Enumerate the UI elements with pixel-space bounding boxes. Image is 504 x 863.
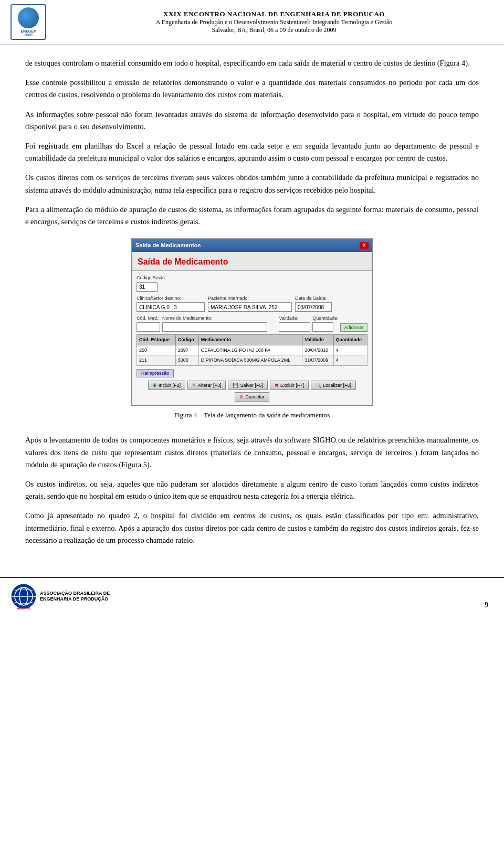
figure-window-title: Saída de Medicamentos <box>135 241 201 250</box>
paragraph-7: Após o levantamento de todos os componen… <box>25 434 479 471</box>
cell-medicamento: DIPIRONA SODICA 500MG AMPOLA 2ML <box>198 355 302 365</box>
cell-cod-estoque: 250 <box>137 345 176 355</box>
localizar-label: Localizar [F6] <box>323 383 351 388</box>
codigo-saida-input[interactable] <box>136 282 158 292</box>
cell-validade: 31/07/2009 <box>302 355 333 365</box>
search-icon: 🔍 <box>316 383 321 388</box>
cell-medicamento: CEFALOTINA 1G PO INJ 100 FA <box>198 345 302 355</box>
cancel-icon: ⊘ <box>239 394 244 399</box>
figure-heading: Saída de Medicamento <box>138 255 366 269</box>
save-icon: 💾 <box>233 383 238 388</box>
codigo-saida-label: Código Saida: <box>136 274 166 281</box>
table-row: 211 5000 DIPIRONA SODICA 500MG AMPOLA 2M… <box>137 355 368 365</box>
clinica-input[interactable] <box>136 302 205 312</box>
edit-icon: ✎ <box>192 383 196 388</box>
figure-field-validade: Validade: <box>279 314 310 332</box>
figure-close-button[interactable]: X <box>360 242 369 249</box>
excluir-button[interactable]: ✖ Excluir [F7] <box>270 381 309 390</box>
table-header-codigo: Código <box>175 335 198 345</box>
cell-codigo: 5000 <box>175 355 198 365</box>
figure-row-med-header: Cód. Med.: Nome do Medicamento: Validade… <box>136 314 368 332</box>
data-label: Data da Saída: <box>295 294 332 302</box>
enegep-logo: ENEGEP2009 <box>10 4 46 40</box>
main-content: de estoques controlam o material consumi… <box>0 45 504 566</box>
alterar-label: Alterar [F3] <box>198 383 222 388</box>
paragraph-4: Foi registrada em planilhas do Excel a r… <box>25 140 479 164</box>
plus-icon: ✚ <box>153 383 157 388</box>
figure-field-paciente: Paciente Internado: <box>208 294 292 312</box>
paciente-input[interactable] <box>208 302 292 312</box>
svg-text:ABEPRO: ABEPRO <box>17 607 30 609</box>
abepro-line1: ASSOCIAÇÃO BRASILEIRA DE <box>40 591 110 596</box>
cell-validade: 30/04/2010 <box>302 345 333 355</box>
table-header-cod-estoque: Cód. Estoque <box>137 335 176 345</box>
paragraph-2: Esse controle possibilitou a emissão de … <box>25 77 479 101</box>
reimpressao-button[interactable]: Reimpressão <box>136 369 174 377</box>
abepro-emblem-icon: ABEPRO <box>10 583 37 609</box>
validade-input[interactable] <box>279 322 310 332</box>
nome-med-input[interactable] <box>162 322 267 332</box>
figure-titlebar: Saída de Medicamentos X <box>132 239 372 252</box>
table-header-medicamento: Medicamento <box>198 335 302 345</box>
conference-subtitle: A Engenharia de Produção e o Desenvolvim… <box>55 18 494 26</box>
figure-field-codigo: Código Saida: <box>136 274 166 291</box>
abepro-line2: ENGENHARIA DE PRODUÇÃO <box>40 596 110 602</box>
abepro-text: ASSOCIAÇÃO BRASILEIRA DE ENGENHARIA DE P… <box>40 591 110 602</box>
incluir-button[interactable]: ✚ Incluir [F2] <box>148 381 185 390</box>
page-header: ENEGEP2009 XXIX ENCONTRO NACIONAL DE ENG… <box>0 0 504 45</box>
paragraph-9: Como já apresentado no quadro 2, o hospi… <box>25 510 479 546</box>
figure-window: Saída de Medicamentos X Saída de Medicam… <box>131 238 373 406</box>
cod-med-label: Cód. Med.: <box>136 314 160 322</box>
figure-field-qtd: Quantidade: <box>312 314 338 332</box>
table-row: 250 2697 CEFALOTINA 1G PO INJ 100 FA 30/… <box>137 345 368 355</box>
conference-title: XXIX ENCONTRO NACIONAL DE ENGENHARIA DE … <box>55 10 494 18</box>
paragraph-5: Os custos diretos com os serviços de ter… <box>25 172 479 196</box>
figure-row-info: Clinica/Setor destino: Paciente Internad… <box>136 294 368 312</box>
delete-icon: ✖ <box>275 383 279 388</box>
figure-caption: Figura 4 – Tela de lançamento da saída d… <box>174 410 330 421</box>
cod-med-input[interactable] <box>136 322 160 332</box>
clinica-label: Clinica/Setor destino: <box>136 294 205 302</box>
figure-field-data: Data da Saída: <box>295 294 332 312</box>
localizar-button[interactable]: 🔍 Localizar [F6] <box>311 381 356 390</box>
nome-med-label: Nome do Medicamento: <box>162 314 277 322</box>
figure-field-cod-med: Cód. Med.: <box>136 314 160 332</box>
qtd-label: Quantidade: <box>312 314 338 322</box>
page-footer: ABEPRO ASSOCIAÇÃO BRASILEIRA DE ENGENHAR… <box>0 577 504 615</box>
figure-action-buttons: ✚ Incluir [F2] ✎ Alterar [F3] 💾 Salvar [… <box>136 381 368 402</box>
cell-codigo: 2697 <box>175 345 198 355</box>
validade-label: Validade: <box>279 314 310 322</box>
cell-cod-estoque: 211 <box>137 355 176 365</box>
salvar-label: Salvar [F5] <box>240 383 263 388</box>
figure-field-nome-med: Nome do Medicamento: <box>162 314 277 332</box>
alterar-button[interactable]: ✎ Alterar [F3] <box>187 381 226 390</box>
table-header-quantidade: Quantidade <box>333 335 367 345</box>
figure-body: Código Saida: Clinica/Setor destino: Pac… <box>132 271 372 404</box>
salvar-button[interactable]: 💾 Salvar [F5] <box>228 381 268 390</box>
header-text-block: XXIX ENCONTRO NACIONAL DE ENGENHARIA DE … <box>55 10 494 34</box>
figure-4-container: Saída de Medicamentos X Saída de Medicam… <box>25 238 479 429</box>
medication-table: Cód. Estoque Código Medicamento Validade… <box>136 334 368 365</box>
qtd-input[interactable] <box>312 322 333 332</box>
cancelar-label: Cancelar <box>245 394 264 399</box>
incluir-label: Incluir [F2] <box>159 383 181 388</box>
figure-row-codigo: Código Saida: <box>136 274 368 291</box>
page-number: 9 <box>485 601 488 609</box>
paragraph-3: As informações sobre pessoal não foram l… <box>25 109 479 133</box>
cell-quantidade: 4 <box>333 355 367 365</box>
paragraph-1: de estoques controlam o material consumi… <box>25 57 479 69</box>
cell-quantidade: 4 <box>333 345 367 355</box>
paragraph-6: Para a alimentação do módulo de apuração… <box>25 204 479 228</box>
table-header-validade: Validade <box>302 335 333 345</box>
data-input[interactable] <box>295 302 332 312</box>
adicionar-button[interactable]: Adicionar <box>340 323 368 332</box>
figure-field-clinica: Clinica/Setor destino: <box>136 294 205 312</box>
conference-location: Salvador, BA, Brasil, 06 a 09 de outubro… <box>55 26 494 34</box>
excluir-label: Excluir [F7] <box>280 383 304 388</box>
enegep-globe-icon <box>18 7 39 28</box>
abepro-logo: ABEPRO ASSOCIAÇÃO BRASILEIRA DE ENGENHAR… <box>10 583 110 609</box>
paragraph-8: Os custos indiretos, ou seja, aqueles qu… <box>25 478 479 502</box>
cancelar-button[interactable]: ⊘ Cancelar <box>235 392 269 402</box>
paciente-label: Paciente Internado: <box>208 294 292 302</box>
figure-main-header: Saída de Medicamento <box>132 252 372 271</box>
